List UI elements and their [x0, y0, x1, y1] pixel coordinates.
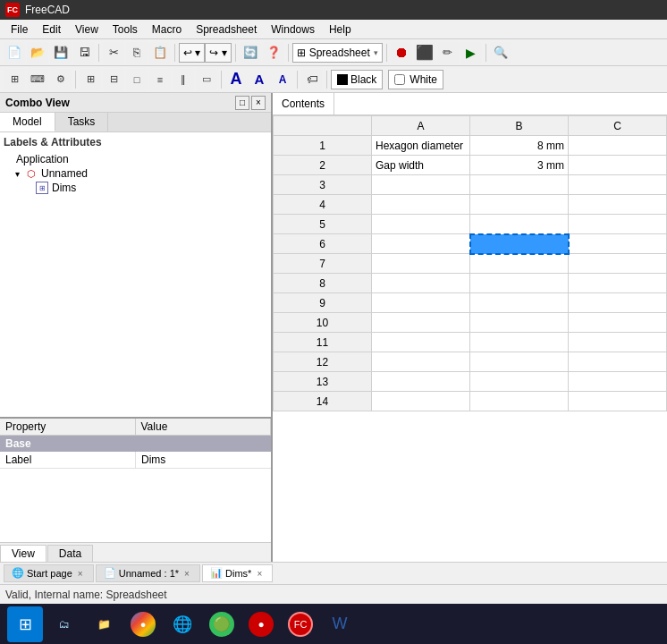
menu-view[interactable]: View [68, 21, 106, 38]
save-btn[interactable]: 💾 [50, 42, 72, 64]
menu-windows[interactable]: Windows [264, 21, 322, 38]
font-big-btn[interactable]: A [225, 69, 247, 90]
tree-unnamed-item[interactable]: ▾ ⬡ Unnamed [4, 166, 267, 181]
combo-close-btn[interactable]: × [251, 96, 266, 110]
menu-file[interactable]: File [4, 21, 35, 38]
saveas-btn[interactable]: 🖫 [73, 42, 95, 64]
tree-app-item[interactable]: Application [4, 152, 267, 166]
cell-1-B[interactable]: 8 mm [470, 136, 569, 156]
white-checkbox[interactable] [394, 74, 405, 85]
border-inner-btn[interactable]: ⊟ [103, 69, 124, 90]
tab-dims[interactable]: 📊 Dims* × [202, 564, 273, 582]
cell-8-A[interactable] [372, 274, 470, 293]
cell-10-C[interactable] [569, 313, 667, 333]
cell-11-C[interactable] [569, 333, 667, 352]
redo-btn[interactable]: ↪ ▾ [205, 43, 231, 63]
taskbar-manjaro-btn[interactable]: 🟢 [204, 606, 240, 642]
cell-14-A[interactable] [372, 392, 470, 411]
cell-6-C[interactable] [569, 234, 667, 254]
cell-4-A[interactable] [372, 195, 470, 215]
cell-1-A[interactable]: Hexagon diameter [372, 136, 470, 156]
font-small-btn[interactable]: A [272, 69, 293, 90]
merge-cells-btn[interactable]: ⊞ [4, 69, 25, 90]
tab-model[interactable]: Model [0, 113, 55, 131]
tab-dims-close[interactable]: × [254, 568, 265, 579]
cell-2-C[interactable] [569, 156, 667, 175]
cell-13-A[interactable] [372, 372, 470, 392]
cell-5-C[interactable] [569, 215, 667, 234]
cell-7-A[interactable] [372, 254, 470, 274]
run-macro-btn[interactable]: ▶ [460, 42, 482, 64]
cell-5-A[interactable] [372, 215, 470, 234]
border-vert-btn[interactable]: ‖ [173, 69, 194, 90]
tag-btn[interactable]: 🏷 [301, 69, 323, 90]
view-tab-view[interactable]: View [0, 545, 46, 562]
tab-start-close[interactable]: × [75, 568, 86, 579]
cell-12-B[interactable] [470, 352, 569, 372]
task-view-btn[interactable]: 🗂 [46, 606, 82, 642]
cell-13-C[interactable] [569, 372, 667, 392]
cell-9-A[interactable] [372, 293, 470, 313]
menu-spreadsheet[interactable]: Spreadsheet [189, 21, 264, 38]
undo-btn[interactable]: ↩ ▾ [179, 43, 205, 63]
tree-dims-item[interactable]: ⊞ Dims [4, 181, 267, 195]
copy-btn[interactable]: ⎘ [126, 42, 148, 64]
cell-4-C[interactable] [569, 195, 667, 215]
cell-8-B[interactable] [470, 274, 569, 293]
black-color-btn[interactable]: Black [331, 70, 383, 89]
cell-11-A[interactable] [372, 333, 470, 352]
cell-14-B[interactable] [470, 392, 569, 411]
cell-12-C[interactable] [569, 352, 667, 372]
cell-9-C[interactable] [569, 293, 667, 313]
taskbar-chrome-btn[interactable]: ● [125, 606, 161, 642]
cell-9-B[interactable] [470, 293, 569, 313]
cell-5-B[interactable] [470, 215, 569, 234]
cell-10-A[interactable] [372, 313, 470, 333]
cell-7-C[interactable] [569, 254, 667, 274]
search-btn[interactable]: 🔍 [490, 42, 511, 64]
cell-14-C[interactable] [569, 392, 667, 411]
menu-help[interactable]: Help [322, 21, 359, 38]
contents-input[interactable] [334, 93, 667, 114]
cell-11-B[interactable] [470, 333, 569, 352]
cell-8-C[interactable] [569, 274, 667, 293]
taskbar-file-btn[interactable]: 📁 [86, 606, 122, 642]
cell-3-B[interactable] [470, 175, 569, 195]
border-none-btn[interactable]: ▭ [196, 69, 217, 90]
tab-unnamed-close[interactable]: × [182, 568, 192, 579]
menu-edit[interactable]: Edit [35, 21, 68, 38]
cell-12-A[interactable] [372, 352, 470, 372]
cell-2-B[interactable]: 3 mm [470, 156, 569, 175]
view-tab-data[interactable]: Data [47, 545, 93, 562]
cell-10-B[interactable] [470, 313, 569, 333]
menu-tools[interactable]: Tools [106, 21, 145, 38]
font-med-btn[interactable]: A [249, 69, 270, 90]
cut-btn[interactable]: ✂ [103, 42, 124, 64]
border-outer-btn[interactable]: □ [126, 69, 148, 90]
start-btn[interactable]: ⊞ [7, 606, 43, 642]
cell-6-A[interactable] [372, 234, 470, 254]
spreadsheet-grid[interactable]: A B C 1Hexagon diameter8 mm2Gap width3 m… [273, 115, 667, 562]
taskbar-freecad-btn[interactable]: FC [283, 606, 318, 642]
tab-start-page[interactable]: 🌐 Start page × [4, 564, 94, 582]
props-btn[interactable]: ⚙ [50, 69, 72, 90]
cell-2-A[interactable]: Gap width [372, 156, 470, 175]
combo-restore-btn[interactable]: □ [235, 96, 249, 110]
taskbar-word-btn[interactable]: W [322, 606, 358, 642]
refresh-btn[interactable]: 🔄 [240, 42, 261, 64]
cell-4-B[interactable] [470, 195, 569, 215]
tab-tasks[interactable]: Tasks [55, 113, 109, 131]
cell-3-A[interactable] [372, 175, 470, 195]
cell-3-C[interactable] [569, 175, 667, 195]
white-color-btn[interactable]: White [388, 70, 443, 89]
workbench-dropdown[interactable]: ⊞ Spreadsheet ▾ [292, 43, 383, 63]
cell-1-C[interactable] [569, 136, 667, 156]
open-btn[interactable]: 📂 [27, 42, 48, 64]
paste-btn[interactable]: 📋 [149, 42, 171, 64]
border-horiz-btn[interactable]: ≡ [149, 69, 171, 90]
border-all-btn[interactable]: ⊞ [80, 69, 101, 90]
cell-7-B[interactable] [470, 254, 569, 274]
cell-6-B[interactable] [470, 234, 569, 254]
new-btn[interactable]: 📄 [4, 42, 25, 64]
set-alias-btn[interactable]: ⌨ [27, 69, 48, 90]
